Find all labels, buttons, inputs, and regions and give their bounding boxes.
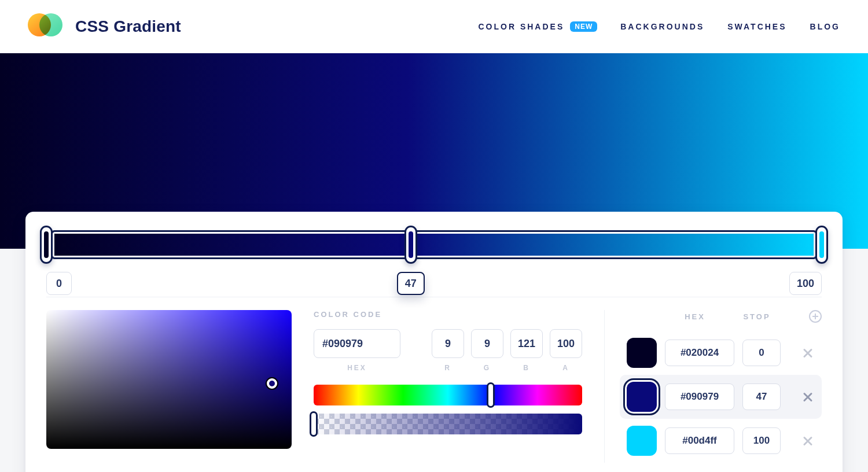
hex-sublabel: HEX <box>314 364 400 372</box>
hue-slider[interactable] <box>314 385 582 405</box>
color-code-label: COLOR CODE <box>314 310 582 319</box>
add-stop-button[interactable] <box>809 310 822 323</box>
b-sublabel: B <box>510 364 543 372</box>
hex-input[interactable]: #090979 <box>314 329 400 358</box>
badge-new: NEW <box>570 21 597 32</box>
alpha-slider[interactable] <box>314 414 582 434</box>
a-input[interactable]: 100 <box>550 329 582 358</box>
stops-hex-label: HEX <box>660 312 730 321</box>
brand[interactable]: CSS Gradient <box>28 13 181 40</box>
stop-swatch[interactable] <box>627 382 657 412</box>
header: CSS Gradient COLOR SHADES NEW BACKGROUND… <box>0 0 868 53</box>
gradient-stop-handle[interactable] <box>40 226 53 264</box>
logo-icon <box>28 13 62 40</box>
stop-hex-input[interactable]: #090979 <box>665 384 734 410</box>
nav-label: COLOR SHADES <box>478 22 564 31</box>
stop-position-labels: 047100 <box>46 272 822 297</box>
nav-color-shades[interactable]: COLOR SHADES NEW <box>478 21 597 32</box>
stop-position-input[interactable]: 47 <box>397 272 425 295</box>
stop-position-input[interactable]: 0 <box>742 340 781 366</box>
stop-hex-input[interactable]: #020024 <box>665 340 734 366</box>
gradient-track[interactable] <box>51 230 817 259</box>
nav-backgrounds[interactable]: BACKGROUNDS <box>620 22 704 31</box>
hue-handle[interactable] <box>487 382 495 408</box>
stop-position-input[interactable]: 47 <box>742 384 781 410</box>
gradient-slider[interactable] <box>46 228 822 261</box>
b-input[interactable]: 121 <box>510 329 543 358</box>
r-sublabel: R <box>432 364 464 372</box>
delete-stop-button[interactable] <box>801 346 815 360</box>
g-sublabel: G <box>471 364 503 372</box>
stop-row[interactable]: #00d4ff100 <box>620 419 822 463</box>
stops-stop-label: STOP <box>737 312 777 321</box>
stops-header: HEX STOP <box>620 310 822 323</box>
stop-swatch[interactable] <box>627 338 657 368</box>
color-field[interactable] <box>46 310 292 449</box>
nav: COLOR SHADES NEW BACKGROUNDS SWATCHES BL… <box>478 21 840 32</box>
color-field-pointer[interactable] <box>267 378 277 389</box>
nav-swatches[interactable]: SWATCHES <box>727 22 786 31</box>
editor-panel: 047100 COLOR CODE #090979 HEX 9 R <box>25 212 843 472</box>
nav-blog[interactable]: BLOG <box>810 22 840 31</box>
stop-position-input[interactable]: 0 <box>46 272 72 295</box>
stop-swatch[interactable] <box>627 426 657 456</box>
stop-position-input[interactable]: 100 <box>742 427 781 454</box>
brand-title: CSS Gradient <box>75 17 181 36</box>
stop-row[interactable]: #09097947 <box>620 375 822 419</box>
delete-stop-button[interactable] <box>801 434 815 448</box>
stop-row[interactable]: #0200240 <box>620 331 822 375</box>
stop-hex-input[interactable]: #00d4ff <box>665 427 734 454</box>
alpha-handle[interactable] <box>310 411 318 437</box>
delete-stop-button[interactable] <box>801 390 815 404</box>
gradient-stop-handle[interactable] <box>815 226 828 264</box>
r-input[interactable]: 9 <box>432 329 464 358</box>
g-input[interactable]: 9 <box>471 329 503 358</box>
stop-position-input[interactable]: 100 <box>789 272 822 295</box>
gradient-stop-handle[interactable] <box>404 226 417 264</box>
a-sublabel: A <box>550 364 582 372</box>
stops-list: #0200240#09097947#00d4ff100 <box>620 331 822 463</box>
